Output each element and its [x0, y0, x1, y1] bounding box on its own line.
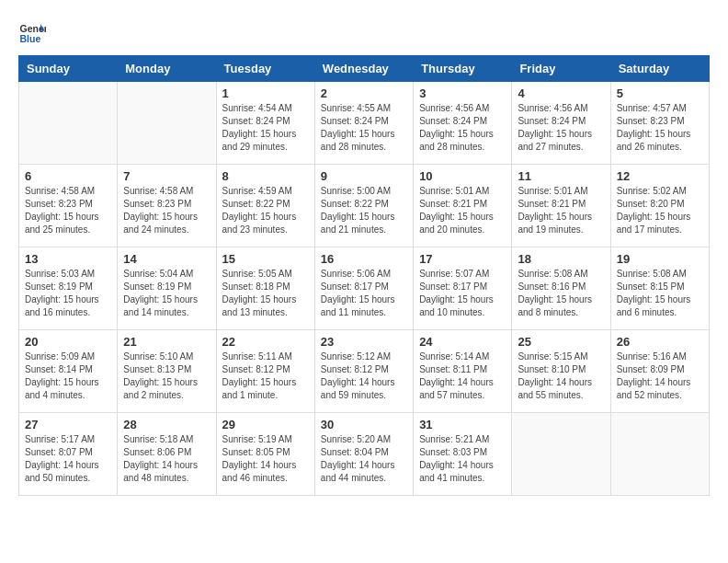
calendar-day-cell: 12Sunrise: 5:02 AM Sunset: 8:20 PM Dayli… — [610, 165, 709, 247]
calendar-day-cell: 11Sunrise: 5:01 AM Sunset: 8:21 PM Dayli… — [512, 165, 610, 247]
calendar-day-cell: 21Sunrise: 5:10 AM Sunset: 8:13 PM Dayli… — [118, 330, 216, 413]
day-number: 6 — [25, 169, 111, 183]
day-info: Sunrise: 5:00 AM Sunset: 8:22 PM Dayligh… — [321, 185, 407, 236]
day-number: 17 — [419, 252, 506, 266]
calendar-day-cell: 6Sunrise: 4:58 AM Sunset: 8:23 PM Daylig… — [19, 165, 118, 247]
calendar-day-cell: 1Sunrise: 4:54 AM Sunset: 8:24 PM Daylig… — [216, 82, 314, 165]
weekday-header: Sunday — [19, 56, 118, 82]
day-info: Sunrise: 5:01 AM Sunset: 8:21 PM Dayligh… — [419, 185, 506, 236]
day-number: 11 — [518, 169, 604, 183]
calendar-day-cell: 7Sunrise: 4:58 AM Sunset: 8:23 PM Daylig… — [118, 165, 216, 247]
day-info: Sunrise: 5:11 AM Sunset: 8:12 PM Dayligh… — [222, 350, 309, 402]
weekday-header: Monday — [118, 56, 216, 82]
calendar-day-cell: 31Sunrise: 5:21 AM Sunset: 8:03 PM Dayli… — [414, 413, 512, 496]
day-number: 22 — [222, 335, 309, 349]
day-info: Sunrise: 5:20 AM Sunset: 8:04 PM Dayligh… — [321, 433, 407, 485]
calendar-day-cell: 18Sunrise: 5:08 AM Sunset: 8:16 PM Dayli… — [512, 247, 610, 330]
day-info: Sunrise: 5:10 AM Sunset: 8:13 PM Dayligh… — [123, 350, 210, 402]
day-info: Sunrise: 5:18 AM Sunset: 8:06 PM Dayligh… — [123, 433, 210, 485]
calendar-day-cell: 13Sunrise: 5:03 AM Sunset: 8:19 PM Dayli… — [19, 247, 118, 330]
day-info: Sunrise: 4:54 AM Sunset: 8:24 PM Dayligh… — [222, 102, 309, 154]
day-info: Sunrise: 5:04 AM Sunset: 8:19 PM Dayligh… — [123, 268, 210, 319]
calendar-day-cell — [610, 413, 709, 496]
calendar-day-cell: 28Sunrise: 5:18 AM Sunset: 8:06 PM Dayli… — [118, 413, 216, 496]
calendar-day-cell: 14Sunrise: 5:04 AM Sunset: 8:19 PM Dayli… — [118, 247, 216, 330]
day-number: 19 — [617, 252, 703, 266]
weekday-header: Saturday — [610, 56, 709, 82]
calendar-day-cell: 20Sunrise: 5:09 AM Sunset: 8:14 PM Dayli… — [19, 330, 118, 413]
day-info: Sunrise: 5:06 AM Sunset: 8:17 PM Dayligh… — [321, 268, 407, 319]
calendar-day-cell: 10Sunrise: 5:01 AM Sunset: 8:21 PM Dayli… — [414, 165, 512, 247]
day-info: Sunrise: 4:58 AM Sunset: 8:23 PM Dayligh… — [25, 185, 111, 236]
calendar-day-cell: 8Sunrise: 4:59 AM Sunset: 8:22 PM Daylig… — [216, 165, 314, 247]
day-info: Sunrise: 5:19 AM Sunset: 8:05 PM Dayligh… — [222, 433, 309, 485]
day-number: 10 — [419, 169, 506, 183]
calendar-day-cell: 19Sunrise: 5:08 AM Sunset: 8:15 PM Dayli… — [610, 247, 709, 330]
calendar-day-cell: 27Sunrise: 5:17 AM Sunset: 8:07 PM Dayli… — [19, 413, 118, 496]
day-number: 5 — [617, 86, 703, 100]
day-number: 12 — [617, 169, 703, 183]
day-number: 31 — [419, 418, 506, 431]
weekday-header: Wednesday — [314, 56, 413, 82]
calendar-header-row: SundayMondayTuesdayWednesdayThursdayFrid… — [19, 56, 710, 82]
day-number: 18 — [518, 252, 604, 266]
day-info: Sunrise: 5:09 AM Sunset: 8:14 PM Dayligh… — [25, 350, 111, 402]
calendar-day-cell: 26Sunrise: 5:16 AM Sunset: 8:09 PM Dayli… — [610, 330, 709, 413]
day-info: Sunrise: 5:16 AM Sunset: 8:09 PM Dayligh… — [617, 350, 703, 402]
day-info: Sunrise: 5:08 AM Sunset: 8:16 PM Dayligh… — [518, 268, 604, 319]
day-info: Sunrise: 4:56 AM Sunset: 8:24 PM Dayligh… — [518, 102, 604, 154]
day-info: Sunrise: 4:58 AM Sunset: 8:23 PM Dayligh… — [123, 185, 210, 236]
day-number: 14 — [123, 252, 210, 266]
day-number: 1 — [222, 86, 309, 100]
day-number: 28 — [123, 418, 210, 431]
day-info: Sunrise: 5:05 AM Sunset: 8:18 PM Dayligh… — [222, 268, 309, 319]
day-info: Sunrise: 5:01 AM Sunset: 8:21 PM Dayligh… — [518, 185, 604, 236]
svg-text:Blue: Blue — [20, 33, 41, 44]
calendar-day-cell: 22Sunrise: 5:11 AM Sunset: 8:12 PM Dayli… — [216, 330, 314, 413]
calendar-day-cell: 29Sunrise: 5:19 AM Sunset: 8:05 PM Dayli… — [216, 413, 314, 496]
day-number: 13 — [25, 252, 111, 266]
weekday-header: Friday — [512, 56, 610, 82]
day-info: Sunrise: 5:08 AM Sunset: 8:15 PM Dayligh… — [617, 268, 703, 319]
calendar-week-row: 1Sunrise: 4:54 AM Sunset: 8:24 PM Daylig… — [19, 82, 710, 165]
day-info: Sunrise: 5:12 AM Sunset: 8:12 PM Dayligh… — [321, 350, 407, 402]
logo-icon: General Blue — [18, 18, 46, 46]
calendar-day-cell: 25Sunrise: 5:15 AM Sunset: 8:10 PM Dayli… — [512, 330, 610, 413]
calendar-day-cell: 23Sunrise: 5:12 AM Sunset: 8:12 PM Dayli… — [314, 330, 413, 413]
calendar-day-cell: 9Sunrise: 5:00 AM Sunset: 8:22 PM Daylig… — [314, 165, 413, 247]
day-info: Sunrise: 4:55 AM Sunset: 8:24 PM Dayligh… — [321, 102, 407, 154]
day-info: Sunrise: 5:03 AM Sunset: 8:19 PM Dayligh… — [25, 268, 111, 319]
logo: General Blue — [18, 18, 46, 46]
day-number: 9 — [321, 169, 407, 183]
day-info: Sunrise: 5:07 AM Sunset: 8:17 PM Dayligh… — [419, 268, 506, 319]
calendar-day-cell: 2Sunrise: 4:55 AM Sunset: 8:24 PM Daylig… — [314, 82, 413, 165]
day-number: 7 — [123, 169, 210, 183]
day-info: Sunrise: 4:56 AM Sunset: 8:24 PM Dayligh… — [419, 102, 506, 154]
calendar-day-cell — [19, 82, 118, 165]
calendar-week-row: 6Sunrise: 4:58 AM Sunset: 8:23 PM Daylig… — [19, 165, 710, 247]
calendar-day-cell: 15Sunrise: 5:05 AM Sunset: 8:18 PM Dayli… — [216, 247, 314, 330]
day-number: 20 — [25, 335, 111, 349]
calendar-day-cell: 16Sunrise: 5:06 AM Sunset: 8:17 PM Dayli… — [314, 247, 413, 330]
day-number: 2 — [321, 86, 407, 100]
day-number: 24 — [419, 335, 506, 349]
day-number: 23 — [321, 335, 407, 349]
calendar-day-cell: 30Sunrise: 5:20 AM Sunset: 8:04 PM Dayli… — [314, 413, 413, 496]
day-number: 27 — [25, 418, 111, 431]
calendar-day-cell — [512, 413, 610, 496]
calendar-table: SundayMondayTuesdayWednesdayThursdayFrid… — [18, 55, 710, 496]
day-number: 29 — [222, 418, 309, 431]
day-info: Sunrise: 5:02 AM Sunset: 8:20 PM Dayligh… — [617, 185, 703, 236]
calendar-day-cell: 4Sunrise: 4:56 AM Sunset: 8:24 PM Daylig… — [512, 82, 610, 165]
day-number: 15 — [222, 252, 309, 266]
day-number: 25 — [518, 335, 604, 349]
calendar-week-row: 20Sunrise: 5:09 AM Sunset: 8:14 PM Dayli… — [19, 330, 710, 413]
page-header: General Blue — [18, 18, 710, 46]
day-number: 16 — [321, 252, 407, 266]
calendar-day-cell — [118, 82, 216, 165]
calendar-week-row: 13Sunrise: 5:03 AM Sunset: 8:19 PM Dayli… — [19, 247, 710, 330]
calendar-day-cell: 24Sunrise: 5:14 AM Sunset: 8:11 PM Dayli… — [414, 330, 512, 413]
weekday-header: Thursday — [414, 56, 512, 82]
day-number: 8 — [222, 169, 309, 183]
calendar-week-row: 27Sunrise: 5:17 AM Sunset: 8:07 PM Dayli… — [19, 413, 710, 496]
